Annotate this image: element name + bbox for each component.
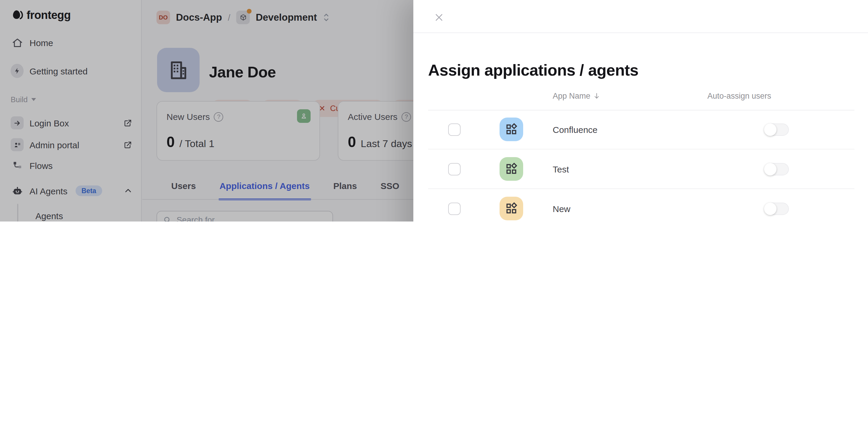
assign-applications-modal: Assign applications / agents App Name Au… — [413, 0, 868, 222]
app-tile-icon — [500, 157, 523, 181]
column-header-auto-assign: Auto-assign users — [707, 90, 771, 101]
auto-assign-toggle[interactable] — [764, 203, 789, 215]
app-tile-icon — [500, 118, 523, 141]
modal-header-divider — [413, 32, 868, 33]
app-viewport: frontegg Home Getting started Build Logi… — [0, 0, 868, 222]
row-checkbox[interactable] — [448, 123, 461, 136]
app-tile-icon — [500, 197, 523, 220]
column-header-app-name[interactable]: App Name — [553, 90, 600, 101]
app-name: Confluence — [553, 110, 597, 149]
table-row: Confluence — [413, 110, 868, 149]
row-checkbox[interactable] — [448, 163, 461, 175]
table-row: Test — [413, 149, 868, 189]
auto-assign-toggle[interactable] — [764, 163, 789, 175]
app-name: New — [553, 189, 570, 222]
row-checkbox[interactable] — [448, 203, 461, 215]
close-icon[interactable] — [433, 12, 444, 23]
auto-assign-toggle[interactable] — [764, 123, 789, 136]
app-name: Test — [553, 149, 569, 189]
sort-arrow-down-icon[interactable] — [593, 92, 600, 99]
modal-title: Assign applications / agents — [428, 62, 638, 80]
table-row: New — [413, 189, 868, 222]
